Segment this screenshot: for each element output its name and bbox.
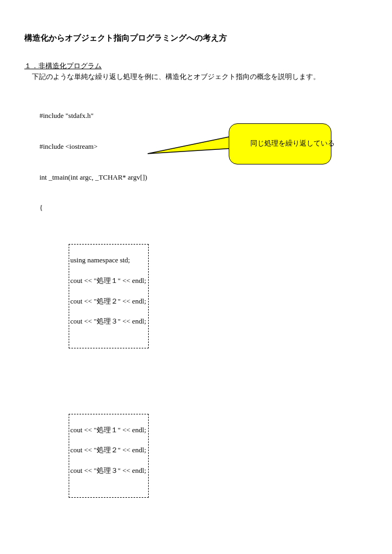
section-1-code: #include "stdafx.h" #include <iostream> … xyxy=(39,91,368,554)
callout-text: 同じ処理を繰り返している xyxy=(250,140,335,147)
code-line: cout << "処理１" << endl; xyxy=(56,425,146,436)
code-line: using namespace std; xyxy=(56,255,146,266)
page: 構造化からオブジェクト指向プログラミングへの考え方 １．非構造化プログラム 下記… xyxy=(0,0,392,554)
callout-repeat: 同じ処理を繰り返している xyxy=(229,123,331,164)
document-title: 構造化からオブジェクト指向プログラミングへの考え方 xyxy=(24,32,368,44)
repeated-block-1: using namespace std; cout << "処理１" << en… xyxy=(69,244,149,348)
section-1-description: 下記のような単純な繰り返し処理を例に、構造化とオブジェクト指向の概念を説明します… xyxy=(32,71,368,82)
section-1: １．非構造化プログラム 下記のような単純な繰り返し処理を例に、構造化とオブジェク… xyxy=(24,61,368,554)
callout-tail xyxy=(148,133,240,166)
repeated-block-2: cout << "処理１" << endl; cout << "処理２" << … xyxy=(69,414,149,498)
code-line: cout << "処理２" << endl; xyxy=(56,296,146,307)
code-line: cout << "処理１" << endl; xyxy=(56,276,146,286)
code-line: #include "stdafx.h" xyxy=(39,111,368,121)
svg-marker-0 xyxy=(148,136,234,154)
code-line: int _tmain(int argc, _TCHAR* argv[]) xyxy=(39,173,368,183)
code-line: cout << "処理２" << endl; xyxy=(56,445,146,456)
code-line: cout << "処理３" << endl; xyxy=(56,316,146,327)
code-line: { xyxy=(39,203,368,213)
code-line: cout << "処理３" << endl; xyxy=(56,466,146,476)
section-1-heading: １．非構造化プログラム xyxy=(24,61,368,71)
